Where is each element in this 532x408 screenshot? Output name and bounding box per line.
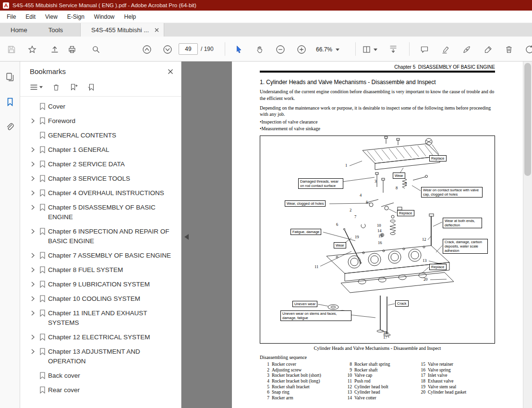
part-number: 20 <box>423 277 428 282</box>
page-thumbnails-icon[interactable] <box>3 70 17 84</box>
callout-uneven-wear: Uneven wear <box>292 301 317 307</box>
bookmarks-panel-icon[interactable] <box>3 95 17 109</box>
zoom-in-icon[interactable] <box>295 43 308 56</box>
bookmark-options-menu-icon[interactable] <box>30 84 43 91</box>
chevron-right-icon[interactable] <box>28 294 37 301</box>
panel-collapse-handle[interactable] <box>182 231 190 243</box>
header-rule <box>260 71 495 73</box>
callout-wear-top: Wear <box>393 173 405 179</box>
acrobat-logo-icon <box>3 2 9 9</box>
print-icon[interactable] <box>66 43 78 56</box>
share-upload-icon[interactable] <box>48 43 61 56</box>
chevron-right-icon[interactable] <box>28 203 37 210</box>
vertical-scrollbar[interactable] <box>523 62 532 408</box>
bookmark-item-chapter-6[interactable]: Chapter 6 INSPECTION AND REPAIR OF BASIC… <box>20 224 181 248</box>
tab-home[interactable]: Home <box>0 23 38 37</box>
left-rail <box>0 62 20 408</box>
menu-window[interactable]: Window <box>89 12 120 22</box>
search-icon[interactable] <box>90 43 102 56</box>
bookmark-item-chapter-12[interactable]: Chapter 12 ELECTRICAL SYSTEM <box>20 330 181 345</box>
bookmark-item-chapter-2[interactable]: Chapter 2 SERVICE DATA <box>20 157 181 172</box>
bookmark-item-rear-cover[interactable]: Rear cover <box>20 383 181 397</box>
previous-page-icon[interactable] <box>141 43 153 56</box>
zoom-level-dropdown[interactable]: 66.7% <box>313 43 342 56</box>
rotate-icon[interactable] <box>523 43 532 56</box>
toolbar-divider <box>225 42 225 56</box>
bookmarks-panel-header: Bookmarks <box>20 62 181 77</box>
comment-icon[interactable] <box>418 43 431 56</box>
select-tool-icon[interactable] <box>233 43 245 56</box>
chevron-right-icon[interactable] <box>28 116 37 124</box>
menu-help[interactable]: Help <box>120 12 141 22</box>
tab-document[interactable]: S4S-455 Mitubishi ... <box>80 23 164 37</box>
delete-bookmark-icon[interactable] <box>52 84 60 91</box>
bookmark-item-general-contents[interactable]: GENERAL CONTENTS <box>20 128 181 143</box>
new-bookmark-icon[interactable] <box>70 83 78 91</box>
bookmark-item-chapter-8[interactable]: Chapter 8 FUEL SYSTEM <box>20 263 181 277</box>
chevron-spacer <box>28 102 37 104</box>
star-favorite-icon[interactable] <box>26 43 38 56</box>
menu-edit[interactable]: Edit <box>21 12 40 22</box>
chevron-right-icon[interactable] <box>28 280 37 287</box>
save-icon[interactable] <box>5 43 18 56</box>
chevron-right-icon[interactable] <box>28 174 37 181</box>
zoom-level-value: 66.7% <box>316 46 332 53</box>
next-page-icon[interactable] <box>161 43 174 56</box>
bookmark-item-chapter-1[interactable]: Chapter 1 GENERAL <box>20 143 181 157</box>
sequence-number: 14 <box>345 396 352 401</box>
sign-pen-icon[interactable] <box>460 43 473 56</box>
sequence-title: Disassembling sequence <box>260 355 495 360</box>
sequence-number: 6 <box>263 390 269 396</box>
sequence-label: Rocker bracket bolt (long) <box>272 379 320 384</box>
paragraph: Depending on the maintenance work or pur… <box>260 105 495 118</box>
page-number-input[interactable] <box>179 43 198 55</box>
chevron-right-icon[interactable] <box>28 145 37 152</box>
expand-current-bookmark-icon[interactable] <box>87 83 96 91</box>
acrobat-window: S4S-455 Mitubishi Service Manual ( ENG )… <box>0 0 532 408</box>
sequence-label: Adjusting screw <box>272 368 302 373</box>
bookmark-item-cover[interactable]: Cover <box>20 99 181 114</box>
chevron-right-icon[interactable] <box>28 188 37 196</box>
panel-close-icon[interactable] <box>168 69 173 74</box>
bookmark-label: Chapter 2 SERVICE DATA <box>47 160 125 169</box>
chevron-right-icon[interactable] <box>28 160 37 167</box>
bookmark-label: Chapter 6 INSPECTION AND REPAIR OF BASIC… <box>47 227 174 246</box>
bookmark-item-chapter-7[interactable]: Chapter 7 ASSEMBLY OF BASIC ENGINE <box>20 248 181 263</box>
attachments-icon[interactable] <box>3 120 17 134</box>
page-display-icon[interactable] <box>361 43 378 56</box>
part-number: 14 <box>377 228 382 233</box>
hand-tool-icon[interactable] <box>254 43 266 56</box>
menu-esign[interactable]: E-Sign <box>62 12 89 22</box>
chevron-right-icon[interactable] <box>28 347 37 354</box>
bookmark-item-chapter-3[interactable]: Chapter 3 SERVICE TOOLS <box>20 172 181 186</box>
bookmark-item-chapter-10[interactable]: Chapter 10 COOLING SYSTEM <box>20 292 181 306</box>
tab-tools[interactable]: Tools <box>38 23 73 37</box>
sequence-item: 1Rocker cover <box>263 362 321 368</box>
bookmark-item-chapter-13[interactable]: Chapter 13 ADJUSTMENT AND OPERATION <box>20 345 181 369</box>
chevron-right-icon[interactable] <box>28 309 37 316</box>
tab-close-icon[interactable] <box>155 28 159 32</box>
toolbar-divider <box>355 42 356 56</box>
menu-view[interactable]: View <box>40 12 62 22</box>
chevron-right-icon[interactable] <box>28 227 37 234</box>
chevron-right-icon[interactable] <box>28 251 37 258</box>
zoom-out-icon[interactable] <box>274 43 287 56</box>
highlight-icon[interactable] <box>439 43 452 56</box>
menu-file[interactable]: File <box>2 12 21 22</box>
scrollbar-thumb[interactable] <box>524 63 531 176</box>
bookmark-item-chapter-9[interactable]: Chapter 9 LUBRICATION SYSTEM <box>20 277 181 292</box>
continuous-scroll-icon[interactable] <box>387 43 399 56</box>
chevron-right-icon[interactable] <box>28 333 37 340</box>
delete-pages-icon[interactable] <box>503 43 515 56</box>
bookmark-item-chapter-11[interactable]: Chapter 11 INLET AND EXHAUST SYSTEMS <box>20 306 181 330</box>
bookmark-item-back-cover[interactable]: Back cover <box>20 369 181 383</box>
bookmark-item-chapter-4[interactable]: Chapter 4 OVERHAUL INSTRUCTIONS <box>20 186 181 200</box>
bookmark-item-foreword[interactable]: Foreword <box>20 114 181 128</box>
part-number: 12 <box>422 237 426 242</box>
bookmark-label: Foreword <box>47 116 75 126</box>
bookmark-item-chapter-5[interactable]: Chapter 5 DISASSEMBLY OF BASIC ENGINE <box>20 200 181 224</box>
bookmark-icon <box>37 227 47 235</box>
bookmark-icon <box>37 371 47 379</box>
fill-sign-icon[interactable] <box>482 43 495 56</box>
chevron-right-icon[interactable] <box>28 265 37 272</box>
